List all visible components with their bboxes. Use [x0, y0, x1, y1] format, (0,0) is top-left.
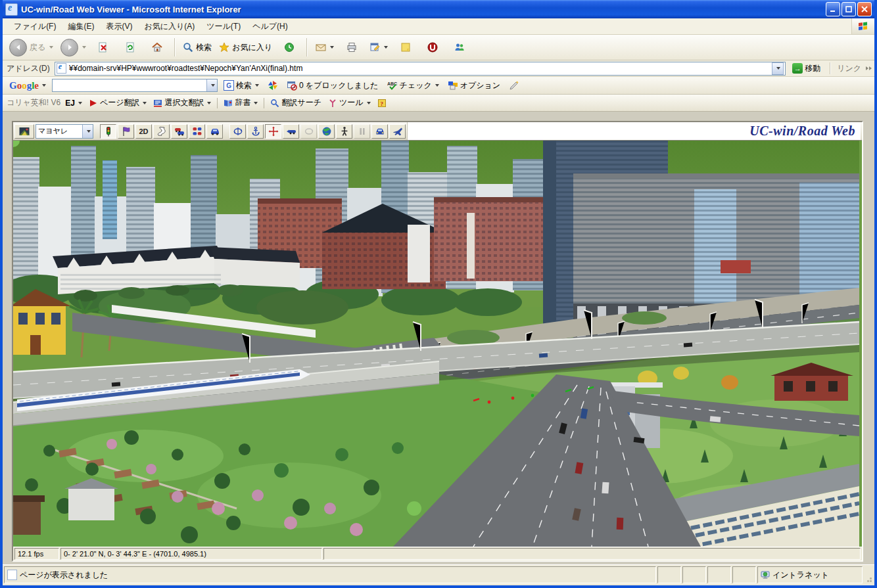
translation-pair-button[interactable]: EJ	[63, 97, 84, 109]
car-button[interactable]	[206, 124, 223, 139]
rotate-disabled-button[interactable]	[300, 124, 317, 139]
messenger-button[interactable]	[447, 37, 472, 57]
title-bar[interactable]: UC-win/Road Web Viewer - Microsoft Inter…	[3, 0, 874, 18]
google-search-input[interactable]	[53, 81, 206, 90]
google-search-button-caret-icon	[255, 84, 259, 87]
flag-icon	[121, 126, 131, 137]
fly-plane-button[interactable]	[389, 124, 406, 139]
forward-button[interactable]	[58, 37, 89, 58]
stop-button[interactable]	[91, 37, 116, 57]
google-search-box[interactable]	[52, 79, 218, 92]
history-button[interactable]	[277, 37, 302, 57]
status-pane-3	[707, 566, 731, 583]
coordinates-indicator: 0- 2' 21.0" N, 0- 3' 44.3" E - (4701.0, …	[60, 548, 322, 560]
forward-icon	[60, 39, 78, 57]
scenario-value: マヨヤレ	[36, 126, 82, 136]
go-button[interactable]: → 移動	[789, 62, 824, 75]
scenario-dropdown-button[interactable]	[82, 125, 93, 138]
page-translate-button[interactable]: ページ翻訳	[87, 96, 149, 110]
pause-button[interactable]	[354, 124, 370, 139]
translation-help-button[interactable]: ?	[375, 97, 389, 109]
page-translate-caret-icon	[143, 102, 147, 104]
google-search-button-label: 検索	[236, 80, 252, 91]
globe-button[interactable]	[318, 124, 335, 139]
status-message-panel: ページが表示されました	[4, 566, 656, 583]
address-input[interactable]: ¥¥domain-srv¥HP¥wwwroot¥roadtest¥Nepoch¥…	[55, 62, 786, 76]
translation-tools-button[interactable]: ツール	[326, 96, 373, 110]
popup-blocker-button[interactable]: 0 をブロックしました	[284, 79, 381, 93]
translate-search-icon	[270, 99, 279, 108]
vehicles-button[interactable]	[171, 124, 187, 139]
page-icon	[57, 63, 66, 74]
traffic-signal-button[interactable]	[100, 124, 116, 139]
go-arrow-icon: →	[792, 63, 803, 74]
anchor-button[interactable]	[247, 124, 264, 139]
menu-view[interactable]: 表示(V)	[100, 19, 138, 34]
maximize-button[interactable]	[841, 2, 856, 16]
translate-search-button[interactable]: 翻訳サーチ	[268, 96, 323, 110]
menu-favorites[interactable]: お気に入り(A)	[138, 19, 201, 34]
tools-wand-icon	[328, 99, 337, 108]
scene-image-button[interactable]	[14, 124, 34, 139]
menu-file[interactable]: ファイル(F)	[8, 19, 62, 34]
home-button[interactable]	[145, 37, 170, 57]
search-button[interactable]: 検索	[180, 37, 214, 57]
spellcheck-caret-icon	[435, 84, 439, 87]
scenario-select[interactable]: マヨヤレ	[36, 124, 93, 139]
selection-translate-button[interactable]: 選択文翻訳	[151, 96, 213, 110]
edit-button[interactable]	[366, 37, 391, 57]
mail-button[interactable]	[312, 37, 337, 57]
google-dropdown-caret-icon	[42, 84, 46, 87]
google-search-button[interactable]: G 検索	[221, 79, 262, 93]
note-button[interactable]	[393, 37, 418, 57]
browser-window: UC-win/Road Web Viewer - Microsoft Inter…	[0, 0, 877, 588]
close-button[interactable]	[857, 2, 872, 16]
status-pane-1	[657, 566, 681, 583]
walk-person-button[interactable]	[336, 124, 352, 139]
resize-grip[interactable]	[864, 566, 873, 583]
2d-view-button[interactable]: 2D	[135, 124, 152, 139]
address-label: アドレス(D)	[5, 63, 51, 74]
page-translate-label: ページ翻訳	[100, 97, 140, 108]
google-logo-button[interactable]: Google	[7, 79, 49, 93]
links-chevron-icon[interactable]	[866, 66, 872, 70]
favorites-button[interactable]: お気に入り	[216, 37, 275, 57]
minimize-button[interactable]	[826, 2, 840, 16]
google-search-dropdown[interactable]	[206, 79, 217, 91]
spellcheck-abc-icon: ABC	[387, 80, 398, 91]
menu-edit[interactable]: 編集(E)	[62, 19, 100, 34]
drive-car-button[interactable]	[371, 124, 388, 139]
refresh-button[interactable]	[118, 37, 143, 57]
translation-product-label: コリャ英和! V6	[7, 97, 60, 108]
links-label[interactable]: リンク	[837, 63, 861, 74]
route-ribbon-button[interactable]	[153, 124, 170, 139]
help-book-icon: ?	[377, 99, 387, 108]
dictionary-button[interactable]: 辞書	[222, 96, 260, 110]
svg-text:?: ?	[380, 100, 383, 106]
favorites-label: お気に入り	[232, 42, 272, 53]
selection-translate-caret-icon	[207, 102, 211, 104]
fps-indicator: 12.1 fps	[14, 548, 59, 560]
google-pagerank-button[interactable]	[265, 79, 281, 92]
address-dropdown-button[interactable]	[772, 62, 784, 75]
highlighter-button[interactable]	[506, 79, 522, 92]
menu-help[interactable]: ヘルプ(H)	[247, 19, 294, 34]
status-spare-panel	[323, 548, 861, 560]
3d-viewport[interactable]	[13, 140, 862, 547]
orbit-rotate-button[interactable]	[229, 124, 246, 139]
back-label: 戻る	[30, 42, 45, 53]
flag-button[interactable]	[118, 124, 134, 139]
drive-forward-button[interactable]	[283, 124, 299, 139]
spellcheck-button[interactable]: ABC チェック	[385, 79, 442, 93]
norton-button[interactable]	[420, 37, 445, 57]
mail-dropdown-caret-icon	[330, 46, 334, 49]
menu-tools[interactable]: ツール(T)	[201, 19, 247, 34]
print-button[interactable]	[339, 37, 364, 57]
traffic-grid-button[interactable]	[189, 124, 205, 139]
google-options-button[interactable]: オプション	[445, 79, 503, 93]
pagerank-icon	[268, 80, 278, 91]
back-button[interactable]: 戻る	[7, 37, 56, 58]
edit-window-icon	[369, 42, 380, 53]
car-icon	[210, 126, 220, 137]
pan-move-button[interactable]	[265, 124, 281, 139]
